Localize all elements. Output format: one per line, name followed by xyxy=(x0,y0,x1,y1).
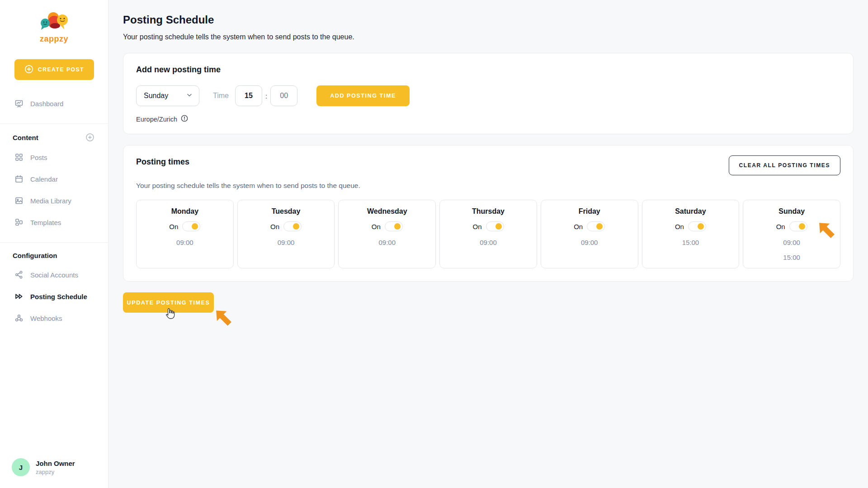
create-post-button[interactable]: CREATE POST xyxy=(14,59,94,80)
day-card-thursday: Thursday On 09:00 xyxy=(439,200,537,268)
time-colon: : xyxy=(265,92,267,100)
posting-time-slot[interactable]: 09:00 xyxy=(440,239,537,246)
add-posting-time-card: Add new posting time Sunday Time : ADD P… xyxy=(123,53,854,134)
clear-all-posting-times-button[interactable]: CLEAR ALL POSTING TIMES xyxy=(729,155,840,175)
day-card-sunday: Sunday On 09:00 15:00 xyxy=(743,200,840,268)
posting-times-card: Posting times CLEAR ALL POSTING TIMES Yo… xyxy=(123,145,854,282)
webhook-icon xyxy=(14,314,24,323)
toggle-knob xyxy=(293,223,299,230)
day-name: Friday xyxy=(541,207,638,216)
days-grid: Monday On 09:00 Tuesday On 09:00 Wednesd… xyxy=(136,200,840,268)
toggle-knob xyxy=(799,223,805,230)
day-name: Thursday xyxy=(440,207,537,216)
sidebar-item-social-accounts[interactable]: Social Accounts xyxy=(0,264,108,286)
posting-times-title: Posting times xyxy=(136,157,189,167)
hour-input[interactable] xyxy=(235,85,262,106)
posting-time-slot[interactable]: 15:00 xyxy=(642,239,739,246)
day-toggle[interactable] xyxy=(486,221,504,231)
plus-circle-icon xyxy=(24,65,33,75)
create-post-label: CREATE POST xyxy=(38,66,84,73)
sidebar-item-templates[interactable]: Templates xyxy=(0,211,108,233)
sidebar-item-dashboard[interactable]: Dashboard xyxy=(0,93,108,114)
add-card-title: Add new posting time xyxy=(136,65,840,75)
day-card-monday: Monday On 09:00 xyxy=(136,200,234,268)
day-name: Sunday xyxy=(743,207,840,216)
configuration-section-header: Configuration xyxy=(0,252,108,259)
sidebar-item-label: Webhooks xyxy=(30,314,62,322)
fast-forward-icon xyxy=(14,292,24,301)
sidebar-item-label: Posts xyxy=(30,154,47,161)
day-toggle[interactable] xyxy=(688,221,706,231)
minute-input[interactable] xyxy=(270,85,297,106)
day-toggle[interactable] xyxy=(587,221,605,231)
sidebar-item-posting-schedule[interactable]: Posting Schedule xyxy=(0,286,108,307)
share-icon xyxy=(14,270,24,279)
update-button-area: UPDATE POSTING TIMES xyxy=(123,292,268,333)
day-name: Monday xyxy=(137,207,233,216)
add-posting-time-button[interactable]: ADD POSTING TIME xyxy=(316,85,410,106)
posting-time-slot[interactable]: 09:00 xyxy=(238,239,335,246)
day-name: Saturday xyxy=(642,207,739,216)
page-title: Posting Schedule xyxy=(123,14,854,26)
image-icon xyxy=(14,196,24,205)
add-content-icon[interactable] xyxy=(85,133,94,142)
day-card-tuesday: Tuesday On 09:00 xyxy=(237,200,335,268)
toggle-state-label: On xyxy=(776,223,785,230)
toggle-state-label: On xyxy=(472,223,481,230)
day-toggle[interactable] xyxy=(385,221,403,231)
main-content: Posting Schedule Your posting schedule t… xyxy=(108,0,868,488)
posting-time-slot[interactable]: 09:00 xyxy=(339,239,435,246)
day-toggle[interactable] xyxy=(182,221,200,231)
sidebar-item-posts[interactable]: Posts xyxy=(0,146,108,168)
sidebar-item-calendar[interactable]: Calendar xyxy=(0,168,108,190)
info-circle-icon[interactable] xyxy=(181,115,188,123)
update-posting-times-button[interactable]: UPDATE POSTING TIMES xyxy=(123,292,214,313)
day-name: Tuesday xyxy=(238,207,335,216)
sidebar-item-label: Calendar xyxy=(30,175,58,183)
toggle-knob xyxy=(698,223,704,230)
toggle-knob xyxy=(192,223,198,230)
toggle-knob xyxy=(495,223,502,230)
user-name: John Owner xyxy=(36,460,75,467)
templates-icon xyxy=(14,218,24,227)
sidebar-nav: Dashboard Content Posts Calendar Med xyxy=(0,93,108,329)
toggle-knob xyxy=(394,223,401,230)
posting-time-slot[interactable]: 09:00 xyxy=(541,239,638,246)
toggle-state-label: On xyxy=(372,223,381,230)
sidebar-item-label: Media Library xyxy=(30,197,71,205)
page-subtitle: Your posting schedule tells the system w… xyxy=(123,33,854,41)
sidebar-item-media-library[interactable]: Media Library xyxy=(0,190,108,211)
add-form-row: Sunday Time : ADD POSTING TIME xyxy=(136,85,840,106)
toggle-state-label: On xyxy=(169,223,178,230)
sidebar-item-label: Posting Schedule xyxy=(30,293,87,300)
workspace-name: zappzy xyxy=(36,469,75,475)
dashboard-icon xyxy=(14,99,24,108)
sidebar-item-label: Templates xyxy=(30,219,61,226)
day-select-value: Sunday xyxy=(144,92,168,100)
timezone-row: Europe/Zurich xyxy=(136,115,840,123)
content-section-header: Content xyxy=(0,133,108,142)
user-menu[interactable]: J John Owner zappzy xyxy=(12,458,75,476)
configuration-section-title: Configuration xyxy=(13,252,57,259)
toggle-state-label: On xyxy=(574,223,583,230)
toggle-state-label: On xyxy=(675,223,684,230)
day-select[interactable]: Sunday xyxy=(136,85,199,106)
avatar: J xyxy=(12,458,30,476)
sidebar-item-webhooks[interactable]: Webhooks xyxy=(0,307,108,329)
posts-grid-icon xyxy=(14,153,24,162)
day-toggle[interactable] xyxy=(283,221,302,231)
sidebar-item-label: Social Accounts xyxy=(30,271,78,279)
day-name: Wednesday xyxy=(339,207,435,216)
logo-wordmark: zappzy xyxy=(40,34,68,44)
time-label: Time xyxy=(213,92,229,100)
posting-time-slot[interactable]: 09:00 xyxy=(137,239,233,246)
day-card-friday: Friday On 09:00 xyxy=(541,200,638,268)
posting-time-slot[interactable]: 09:00 xyxy=(743,239,840,246)
logo: zappzy xyxy=(0,0,108,44)
toggle-knob xyxy=(596,223,603,230)
toggle-state-label: On xyxy=(270,223,279,230)
posting-times-subtitle: Your posting schedule tells the system w… xyxy=(136,182,840,190)
day-card-saturday: Saturday On 15:00 xyxy=(642,200,740,268)
posting-time-slot[interactable]: 15:00 xyxy=(743,253,840,261)
day-toggle[interactable] xyxy=(789,221,807,231)
